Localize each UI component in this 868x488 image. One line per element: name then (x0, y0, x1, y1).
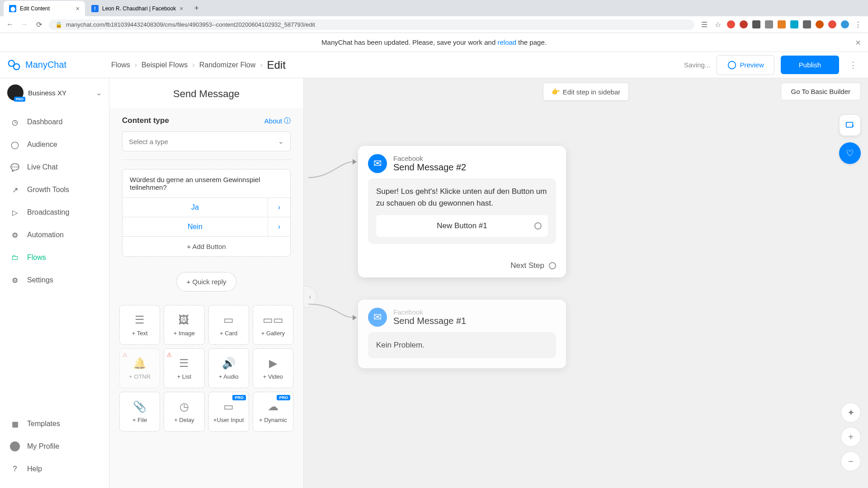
nav-label: Growth Tools (27, 186, 69, 194)
tile-delay[interactable]: ◷+ Delay (164, 392, 204, 432)
reload-icon[interactable]: ⟳ (34, 20, 43, 29)
preview-button[interactable]: Preview (717, 55, 774, 75)
back-icon[interactable]: ← (5, 20, 14, 28)
quick-reply-button[interactable]: + Quick reply (176, 272, 237, 291)
tile-userinput[interactable]: PRO▭+User Input (208, 392, 249, 432)
extension-icon[interactable] (816, 20, 824, 28)
breadcrumb: Flows › Beispiel Flows › Randomizer Flow… (111, 59, 286, 71)
add-step-button[interactable] (839, 114, 861, 136)
gear-icon: ⚙ (10, 275, 20, 285)
extension-icon[interactable] (790, 20, 798, 28)
chevron-right-icon[interactable]: › (268, 217, 290, 236)
sidebar-item-myprofile[interactable]: My Profile (0, 435, 109, 458)
more-button[interactable]: ⋮ (845, 56, 861, 74)
about-link[interactable]: About ⓘ (264, 117, 291, 125)
tile-video[interactable]: ▶+ Video (253, 348, 293, 388)
tile-card[interactable]: ▭+ Card (208, 305, 249, 345)
nav-label: Automation (27, 231, 64, 239)
message-text[interactable]: Würdest du gerne an unserem Gewinnspiel … (123, 169, 290, 197)
avatar-icon[interactable] (841, 20, 849, 28)
sidebar-item-settings[interactable]: ⚙Settings (0, 269, 109, 291)
address-bar: ← → ⟳ 🔒 manychat.com/fb181039443240830​9… (0, 16, 868, 33)
favicon-icon: ⬤ (9, 5, 16, 12)
tile-list[interactable]: ⚠☰+ List (164, 348, 204, 388)
forward-icon[interactable]: → (20, 20, 29, 28)
tile-otnr[interactable]: ⚠🔔+ OTNR (119, 348, 160, 388)
extension-icon[interactable] (752, 20, 760, 28)
update-banner: ManyChat has been updated. Please, save … (0, 33, 868, 52)
editor-panel: Send Message Content type About ⓘ Select… (109, 78, 304, 488)
extension-icon[interactable] (740, 20, 748, 28)
message-button-row[interactable]: Nein › (123, 217, 290, 236)
star-icon[interactable]: ☆ (713, 20, 722, 29)
sidebar-item-dashboard[interactable]: ◷Dashboard (0, 111, 109, 133)
extension-icons: ☰ ☆ ⋮ (700, 20, 863, 29)
extension-icon[interactable] (803, 20, 811, 28)
tile-audio[interactable]: 🔊+ Audio (208, 348, 249, 388)
svg-rect-3 (846, 122, 853, 127)
extension-icon[interactable] (727, 20, 735, 28)
chevron-right-icon[interactable]: › (268, 198, 290, 217)
translate-icon[interactable]: ☰ (700, 20, 709, 29)
sidebar-item-livechat[interactable]: 💬Live Chat (0, 156, 109, 178)
tile-gallery[interactable]: ▭▭+ Gallery (253, 305, 293, 345)
output-port[interactable] (549, 262, 556, 269)
extension-icon[interactable] (778, 20, 786, 28)
audio-icon: 🔊 (222, 357, 236, 370)
close-icon[interactable]: × (76, 5, 80, 12)
account-switcher[interactable]: PRO Business XY ⌄ (0, 78, 109, 107)
tile-image[interactable]: 🖼+ Image (164, 305, 204, 345)
crumb[interactable]: Flows (111, 61, 130, 69)
browser-tab-active[interactable]: ⬤ Edit Content × (4, 1, 85, 16)
pro-badge: PRO (277, 395, 290, 400)
zoom-in-button[interactable]: + (841, 427, 861, 447)
sidebar-item-automation[interactable]: ⚙Automation (0, 224, 109, 246)
sidebar-item-growthtools[interactable]: ↗Growth Tools (0, 178, 109, 201)
sidebar-item-audience[interactable]: ◯Audience (0, 133, 109, 156)
tile-text[interactable]: ☰+ Text (119, 305, 160, 345)
sidebar-item-templates[interactable]: ▦Templates (0, 413, 109, 435)
sidebar-item-broadcasting[interactable]: ▷Broadcasting (0, 201, 109, 224)
tab-bar: ⬤ Edit Content × f Leon R. Chaudhari | F… (0, 0, 868, 16)
tile-file[interactable]: 📎+ File (119, 392, 160, 432)
favicon-icon: f (91, 5, 99, 12)
crumb[interactable]: Beispiel Flows (142, 61, 188, 69)
tile-dynamic[interactable]: PRO☁+ Dynamic (253, 392, 293, 432)
extension-icon[interactable] (765, 20, 773, 28)
logo[interactable]: ManyChat (7, 58, 111, 72)
chevron-down-icon: ⌄ (278, 137, 284, 145)
new-tab-button[interactable]: + (189, 2, 203, 15)
content-tile-grid: ☰+ Text 🖼+ Image ▭+ Card ▭▭+ Gallery ⚠🔔+… (109, 305, 303, 441)
browser-tab[interactable]: f Leon R. Chaudhari | Facebook × (86, 1, 189, 16)
node-button[interactable]: New Button #1 (376, 215, 548, 237)
close-icon[interactable]: × (179, 5, 183, 12)
url-input[interactable]: 🔒 manychat.com/fb181039443240830​9/cms/f… (49, 19, 694, 30)
sidebar-item-help[interactable]: ?Help (0, 458, 109, 480)
flow-canvas[interactable]: 👉Edit step in sidebar Go To Basic Builde… (304, 78, 868, 488)
next-step-row[interactable]: Next Step (358, 254, 566, 277)
basic-builder-button[interactable]: Go To Basic Builder (781, 83, 861, 100)
gauge-icon: ◷ (10, 117, 20, 127)
content-type-select[interactable]: Select a type ⌄ (122, 131, 291, 151)
crumb[interactable]: Randomizer Flow (199, 61, 255, 69)
flow-node-send-message-1[interactable]: ✉ Facebook Send Message #1 Kein Problem. (358, 300, 566, 368)
reload-link[interactable]: reload (497, 38, 516, 46)
collapse-panel-handle[interactable]: ‹ (304, 286, 317, 308)
sidebar-item-flows[interactable]: 🗀Flows (0, 246, 109, 269)
flow-node-send-message-2[interactable]: ✉ Facebook Send Message #2 Super! Los ge… (358, 146, 566, 277)
help-fab-button[interactable]: ♡ (839, 142, 861, 164)
edit-step-sidebar-button[interactable]: 👉Edit step in sidebar (543, 83, 629, 101)
close-icon[interactable]: × (855, 38, 861, 48)
output-port[interactable] (534, 222, 542, 230)
zoom-out-button[interactable]: − (841, 451, 861, 471)
message-block[interactable]: Würdest du gerne an unserem Gewinnspiel … (122, 169, 291, 257)
add-button[interactable]: + Add Button (123, 236, 290, 256)
publish-button[interactable]: Publish (781, 56, 839, 74)
user-icon: ◯ (10, 140, 20, 150)
templates-icon: ▦ (10, 419, 20, 429)
extension-icon[interactable] (828, 20, 836, 28)
nav-label: Audience (27, 141, 57, 149)
message-button-row[interactable]: Ja › (123, 197, 290, 217)
menu-icon[interactable]: ⋮ (854, 20, 863, 29)
auto-arrange-button[interactable]: ✦ (841, 403, 861, 422)
